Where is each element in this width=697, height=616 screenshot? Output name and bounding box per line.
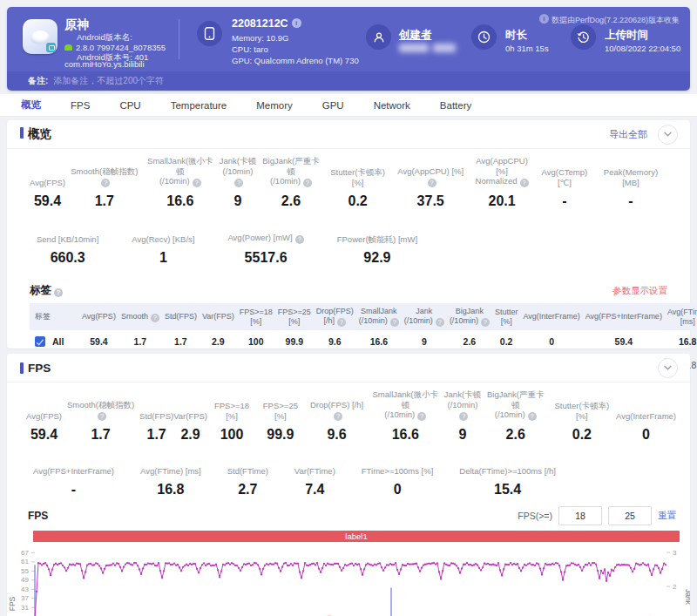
fps-stats-row2: Avg(FPS+InterFrame)-Avg(FTime) [ms]16.8S… <box>33 455 667 498</box>
stat: Delta(FTime)>=100ms [/h]15.4 <box>459 455 556 498</box>
tab-battery[interactable]: Battery <box>440 100 471 111</box>
stat: BigJank(严重卡顿(/10min)?2.6 <box>259 156 324 209</box>
stat-value: 0 <box>616 427 676 443</box>
help-icon[interactable]: ? <box>295 235 304 244</box>
stat: Std(FTime)2.7 <box>227 455 268 498</box>
help-icon[interactable]: ? <box>303 179 312 187</box>
column-header: Avg(FTime)[ms] <box>665 303 697 330</box>
table-cell: 1.7 <box>162 330 200 354</box>
tab-fps[interactable]: FPS <box>71 100 90 111</box>
help-icon[interactable]: ? <box>151 314 159 322</box>
app-name: 原神 <box>64 17 89 33</box>
help-icon[interactable]: ? <box>528 412 537 421</box>
help-icon[interactable]: ? <box>98 412 106 421</box>
help-icon[interactable]: ? <box>390 318 399 327</box>
param-display-settings-link[interactable]: 参数显示设置 <box>612 285 667 297</box>
help-icon[interactable]: ? <box>436 318 444 327</box>
session-header: 原神 Android版本名: 2.8.0 7997424_8078355 And… <box>7 7 690 91</box>
device-name: 22081212Ci <box>232 17 301 30</box>
svg-text:43: 43 <box>21 586 29 593</box>
fps-collapse-button[interactable] <box>658 358 678 378</box>
svg-text:49: 49 <box>21 576 29 584</box>
help-icon[interactable]: ? <box>234 179 243 187</box>
help-icon[interactable]: ? <box>417 412 426 421</box>
svg-text:37: 37 <box>21 594 29 602</box>
overview-stats-row2: Send [KB/10min]660.3Avg(Recv) [KB/s]1Avg… <box>37 223 667 266</box>
row-label: All <box>52 336 64 347</box>
stat: Var(FPS)2.9 <box>173 400 207 443</box>
stat-value: 0 <box>362 482 434 498</box>
stat: Avg(FPS)59.4 <box>30 166 65 209</box>
tab-概览[interactable]: 概览 <box>21 98 41 112</box>
stat-label: Delta(FTime)>=100ms [/h] <box>459 455 556 476</box>
stat-label: FPS>=25 [%] <box>256 400 305 421</box>
stat-label: Smooth(稳帧指数)? <box>62 400 139 422</box>
column-header: 标签 <box>30 303 79 330</box>
tab-network[interactable]: Network <box>374 100 410 111</box>
stat-label: Send [KB/10min] <box>37 223 98 244</box>
stat-label: Jank(卡顿(/10min)? <box>217 156 259 187</box>
fps-chart[interactable]: 67615549433731241812FPS321Jank <box>7 543 690 616</box>
metric-tabbar: 概览FPSCPUTemperatureMemoryGPUNetworkBatte… <box>0 94 697 117</box>
help-icon[interactable]: ? <box>337 318 346 327</box>
fps-title: FPS <box>28 362 51 375</box>
help-icon[interactable]: ? <box>520 179 529 187</box>
threshold-apply-link[interactable]: 重置 <box>658 510 676 522</box>
stat-value: - <box>594 193 667 209</box>
stat: FPS>=18 [%]100 <box>207 400 256 443</box>
help-icon[interactable]: ? <box>459 412 468 421</box>
tab-gpu[interactable]: GPU <box>322 100 344 111</box>
device-icon <box>197 21 222 46</box>
stat: BigJank(严重卡顿(/10min)?2.6 <box>484 389 548 443</box>
stat-value: 16.6 <box>144 193 218 209</box>
tab-memory[interactable]: Memory <box>256 100 293 111</box>
help-icon[interactable]: ? <box>101 179 110 187</box>
help-icon[interactable]: ? <box>334 412 342 421</box>
table-cell: 99.9 <box>275 330 314 354</box>
fps-threshold-min-input[interactable] <box>558 506 602 525</box>
help-icon[interactable]: ? <box>193 179 201 187</box>
column-header: Avg(FPS+InterFrame) <box>583 303 665 330</box>
stat: Avg(Power) [mW]?5517.6 <box>227 223 303 266</box>
device-info-icon[interactable]: i <box>292 18 301 28</box>
collector-version-note: i数据由PerfDog(7.2.220628)版本收集 <box>539 14 680 26</box>
chart-label-banner[interactable]: label1 <box>33 531 680 542</box>
table-cell: 59.4 <box>79 330 118 354</box>
column-header: Drop(FPS)[/h]? <box>314 303 356 330</box>
stat: FTime>=100ms [%]0 <box>362 455 434 498</box>
stat-value: 2.9 <box>173 427 207 443</box>
help-icon[interactable]: ? <box>481 318 490 327</box>
tab-temperature[interactable]: Temperature <box>171 100 227 111</box>
note-bar[interactable]: 备注: 添加备注，不超过200个字符 <box>7 71 690 91</box>
stat: Avg(AppCPU) [%]?37.5 <box>392 166 469 210</box>
tab-cpu[interactable]: CPU <box>119 100 140 111</box>
stat-label: Peak(Memory) [MB] <box>594 166 667 187</box>
stat-label: Avg(Recv) [KB/s] <box>132 223 194 244</box>
help-icon[interactable]: ? <box>428 179 436 187</box>
stat: Stutter(卡顿率) [%]0.2 <box>323 166 392 209</box>
table-cell: 9.6 <box>314 330 356 354</box>
stat: Var(FTime)7.4 <box>294 455 335 498</box>
export-all-link[interactable]: 导出全部 <box>609 128 647 141</box>
stat: FPower(帧能耗) [mW]92.9 <box>337 223 417 266</box>
fps-threshold-max-input[interactable] <box>608 506 652 525</box>
help-icon[interactable]: ? <box>54 288 63 297</box>
stat-value: 16.8 <box>140 482 201 498</box>
table-cell: 1.7 <box>118 330 162 354</box>
upload-time-label: 上传时间 <box>605 28 648 43</box>
stat-label: Avg(CTemp)[℃] <box>535 166 594 187</box>
stat-label: Avg(FPS) <box>26 400 62 421</box>
labels-header: 标签? 参数显示设置 <box>30 283 667 298</box>
stat-value: 92.9 <box>337 250 417 266</box>
perfdog-report-page: 原神 Android版本名: 2.8.0 7997424_8078355 And… <box>0 0 697 616</box>
row-checkbox[interactable] <box>35 336 45 347</box>
stat: Avg(CTemp)[℃]- <box>535 166 594 209</box>
stat-label: SmallJank(微小卡顿(/10min)? <box>369 389 442 421</box>
duration-icon <box>471 24 497 50</box>
overview-collapse-button[interactable] <box>658 125 678 145</box>
stat-value: 16.6 <box>369 427 442 443</box>
stat-label: Smooth(稳帧指数)? <box>65 166 144 188</box>
upload-time-value: 10/08/2022 22:04:50 <box>605 44 680 53</box>
svg-text:55: 55 <box>21 567 29 575</box>
column-header: Avg(FPS) <box>79 303 118 330</box>
